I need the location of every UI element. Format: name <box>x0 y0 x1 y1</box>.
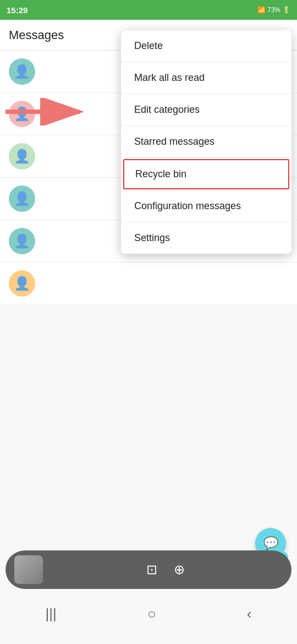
menu-item-settings[interactable]: Settings <box>121 222 292 254</box>
menu-item-configuration-messages[interactable]: Configuration messages <box>121 190 292 222</box>
menu-item-edit-categories[interactable]: Edit categories <box>121 94 292 126</box>
status-bar: 15:29 📶 73% 🔋 <box>0 0 297 20</box>
menu-item-delete[interactable]: Delete <box>121 30 292 62</box>
menu-item-recycle-bin[interactable]: Recycle bin <box>123 159 289 189</box>
menu-item-starred-messages[interactable]: Starred messages <box>121 126 292 158</box>
status-battery-icon: 🔋 <box>282 6 290 14</box>
status-signal: 📶 <box>257 6 266 14</box>
status-icons: 📶 73% 🔋 <box>257 6 290 14</box>
status-battery: 73% <box>267 6 280 14</box>
dropdown-menu: Delete Mark all as read Edit categories … <box>121 30 292 254</box>
menu-item-mark-all-read[interactable]: Mark all as read <box>121 62 292 94</box>
status-time: 15:29 <box>7 6 28 15</box>
page-title: Messages <box>9 28 64 42</box>
